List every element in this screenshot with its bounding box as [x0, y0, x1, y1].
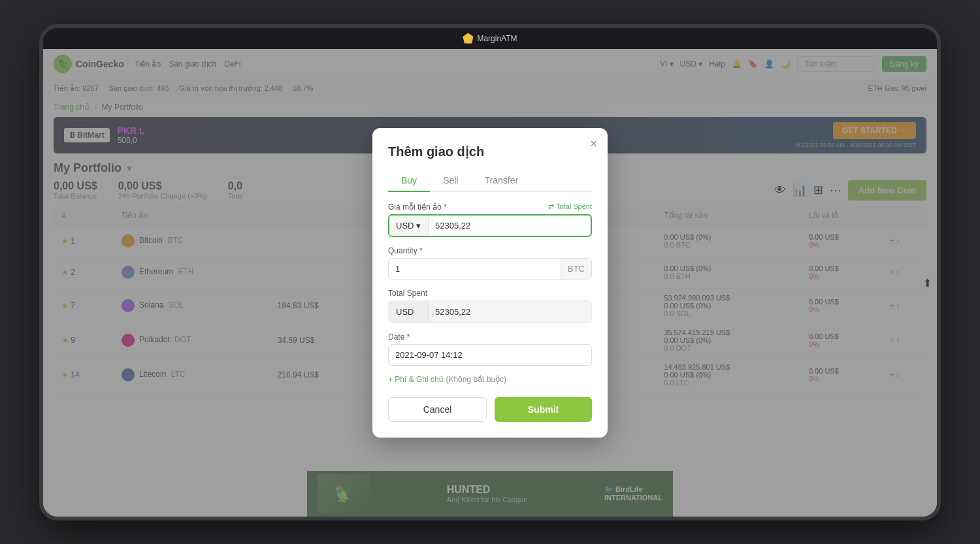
quantity-label: Quantity * — [388, 246, 592, 255]
tablet-frame: MarginATM 🦎 CoinGecko Tiền ảo Sàn giao d… — [39, 24, 941, 520]
tablet-top-bar: MarginATM — [43, 28, 937, 49]
submit-button[interactable]: Submit — [495, 397, 592, 422]
quantity-input[interactable] — [389, 259, 561, 279]
quantity-currency: BTC — [561, 259, 591, 279]
total-currency: USD — [389, 302, 429, 322]
date-label: Date * — [388, 332, 592, 342]
top-bar-text: MarginATM — [463, 33, 517, 44]
top-bar-title: MarginATM — [477, 34, 517, 43]
date-label-text: Date * — [388, 332, 410, 342]
fee-link-text: + Phí & Ghi chú — [388, 375, 443, 384]
price-currency-arrow: ▾ — [416, 221, 421, 231]
modal-close-button[interactable]: × — [590, 137, 597, 151]
main-content: 🦎 CoinGecko Tiền ảo Sàn giao dịch DeFi V… — [43, 49, 937, 517]
tab-sell[interactable]: Sell — [430, 170, 471, 192]
price-required: * — [444, 202, 447, 212]
total-spent-label: Total Spent — [388, 289, 592, 298]
fee-link[interactable]: + Phí & Ghi chú (Không bắt buộc) — [388, 375, 592, 384]
tab-transfer[interactable]: Transfer — [471, 170, 531, 192]
quantity-required: * — [419, 246, 423, 255]
price-input-group: USD ▾ — [388, 214, 592, 237]
quantity-label-text: Quantity * — [388, 246, 423, 255]
quantity-input-group: BTC — [388, 258, 592, 280]
price-currency-selector[interactable]: USD ▾ — [389, 216, 429, 236]
add-transaction-modal: × Thêm giao dịch Buy Sell Transfer Giá m… — [372, 128, 608, 438]
price-label-text: Giá mỗi tiền ảo * — [388, 202, 447, 212]
total-spent-group: USD 52305,22 — [388, 300, 592, 323]
marginatm-icon — [463, 33, 473, 44]
modal-title: Thêm giao dịch — [388, 144, 592, 159]
fee-optional-text: (Không bắt buộc) — [446, 375, 506, 384]
date-required: * — [407, 332, 410, 342]
date-input[interactable] — [388, 344, 592, 366]
price-currency-text: USD — [396, 221, 414, 231]
price-label: Giá mỗi tiền ảo * ⇄ Total Spent — [388, 202, 592, 212]
cancel-button[interactable]: Cancel — [388, 397, 487, 422]
price-input[interactable] — [429, 216, 591, 236]
total-spent-toggle[interactable]: ⇄ Total Spent — [548, 202, 592, 211]
modal-buttons: Cancel Submit — [388, 397, 592, 422]
tab-buy[interactable]: Buy — [388, 170, 430, 192]
total-value: 52305,22 — [429, 302, 591, 322]
modal-tabs: Buy Sell Transfer — [388, 170, 592, 192]
